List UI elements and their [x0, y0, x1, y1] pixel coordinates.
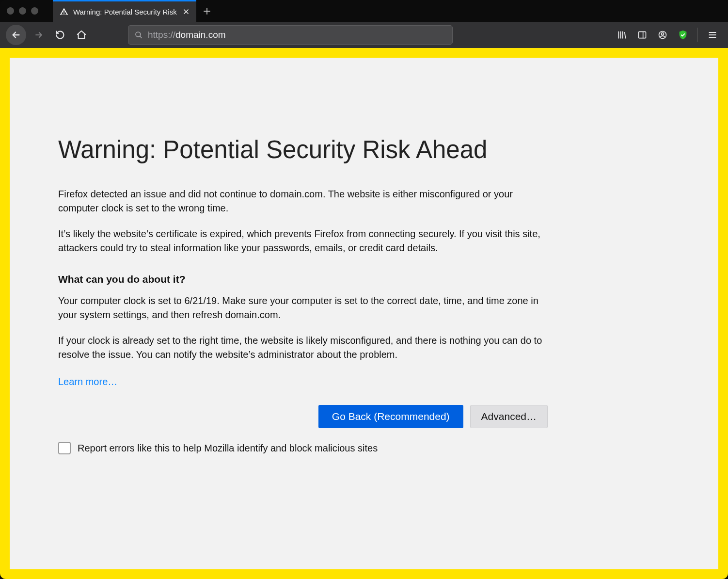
window-zoom-button[interactable] [31, 7, 38, 15]
library-button[interactable] [613, 26, 631, 44]
report-errors-label: Report errors like this to help Mozilla … [78, 443, 378, 454]
account-button[interactable] [654, 26, 671, 44]
error-description-2: It’s likely the website’s certificate is… [58, 227, 548, 255]
misconfigured-advice-text: If your clock is already set to the righ… [58, 334, 548, 362]
url-text: https://domain.com [148, 30, 226, 40]
go-back-button[interactable]: Go Back (Recommended) [318, 405, 463, 428]
sidebar-button[interactable] [633, 26, 651, 44]
back-button[interactable] [6, 25, 26, 45]
search-icon [134, 31, 143, 39]
tracking-protection-shield-icon[interactable] [674, 26, 692, 44]
error-page: Warning: Potential Security Risk Ahead F… [10, 58, 718, 569]
content-area: Warning: Potential Security Risk Ahead F… [0, 48, 728, 579]
what-can-you-do-heading: What can you do about it? [58, 273, 548, 285]
address-bar[interactable]: https://domain.com [128, 25, 453, 45]
toolbar-right-group [613, 26, 722, 44]
toolbar-separator [697, 28, 698, 42]
svg-rect-1 [639, 32, 646, 38]
app-menu-button[interactable] [704, 26, 721, 44]
clock-advice-text: Your computer clock is set to 6/21/19. M… [58, 294, 548, 322]
window-minimize-button[interactable] [19, 7, 26, 15]
navigation-toolbar: https://domain.com [0, 22, 728, 48]
forward-button[interactable] [30, 26, 47, 44]
url-scheme: https:// [148, 30, 175, 40]
report-errors-row: Report errors like this to help Mozilla … [58, 442, 548, 454]
window-close-button[interactable] [7, 7, 14, 15]
advanced-button[interactable]: Advanced… [470, 405, 548, 428]
tab-close-button[interactable] [182, 7, 190, 16]
window-titlebar: Warning: Potential Security Risk [0, 0, 728, 22]
tab-title: Warning: Potential Security Risk [73, 8, 177, 16]
report-errors-checkbox[interactable] [58, 442, 71, 454]
page-title: Warning: Potential Security Risk Ahead [58, 135, 548, 164]
new-tab-button[interactable] [196, 0, 218, 22]
reload-button[interactable] [51, 26, 69, 44]
button-row: Go Back (Recommended) Advanced… [58, 405, 548, 428]
url-host: domain.com [175, 30, 226, 40]
window-controls [7, 7, 38, 15]
tab-strip: Warning: Potential Security Risk [53, 0, 218, 22]
browser-tab-active[interactable]: Warning: Potential Security Risk [53, 0, 196, 22]
svg-point-3 [662, 32, 664, 35]
learn-more-link[interactable]: Learn more… [58, 376, 117, 387]
warning-triangle-icon [60, 7, 68, 16]
home-button[interactable] [73, 26, 90, 44]
error-description-1: Firefox detected an issue and did not co… [58, 187, 548, 215]
